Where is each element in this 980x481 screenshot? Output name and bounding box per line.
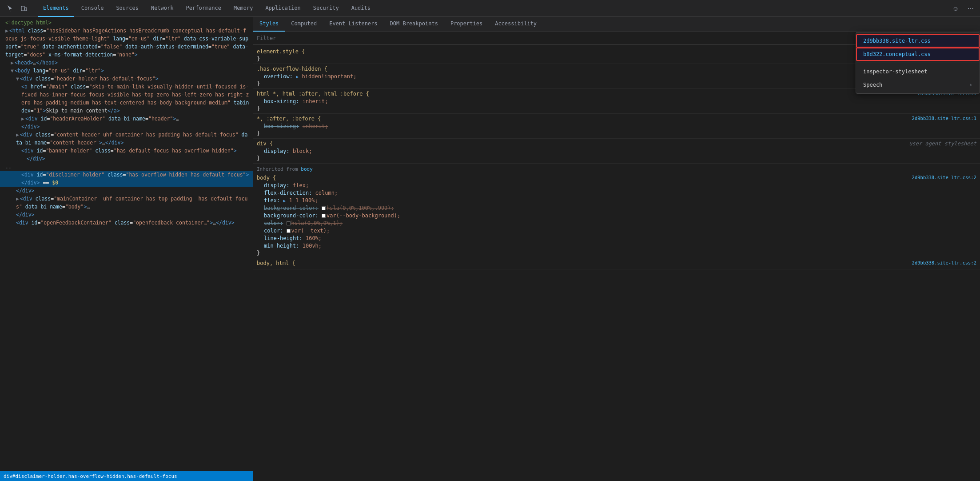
tab-properties[interactable]: Properties <box>444 17 489 32</box>
user-agent-label: user agent stylesheet <box>909 140 976 147</box>
html-line-div-header-holder: ▼<div class="header-holder has-default-f… <box>0 75 253 83</box>
html-line-close-div-2: </div> <box>0 155 253 163</box>
css-prop-flex: flex: ▶ 1 1 100%; <box>257 197 976 204</box>
tab-memory[interactable]: Memory <box>228 0 258 17</box>
css-close-5: } <box>257 155 976 161</box>
css-prop-display-flex: display: flex; <box>257 182 976 189</box>
html-line-html-open: ▶<html class="hasSidebar hasPageActions … <box>0 27 253 59</box>
css-selector-div: div { user agent stylesheet <box>257 140 976 147</box>
more-options-icon[interactable]: ⋯ <box>965 3 976 14</box>
css-property-display: display: block; <box>257 148 976 155</box>
devtools-toolbar: Elements Console Sources Network Perform… <box>0 0 980 17</box>
elements-panel: <!doctype html> ▶<html class="hasSidebar… <box>0 17 253 481</box>
css-source-3[interactable]: 2d9bb338.site-ltr.css:1 <box>912 116 976 121</box>
css-selector-star: *, :after, :before { 2d9bb338.site-ltr.c… <box>257 116 976 122</box>
styles-tabs: Styles Computed Event Listeners DOM Brea… <box>253 17 980 32</box>
dropdown-item-conceptual-text: b8d322.conceptual.css <box>863 51 931 57</box>
dropdown-separator <box>856 63 980 63</box>
dropdown-item-inspector[interactable]: inspector-stylesheet <box>856 65 980 78</box>
html-line-close-div-4: </div> <box>0 211 253 219</box>
tab-dom-breakpoints[interactable]: DOM Breakpoints <box>384 17 444 32</box>
tab-styles[interactable]: Styles <box>253 17 285 32</box>
css-property-boxsizing-2: box-sizing: inherit; <box>257 123 976 130</box>
tab-sources[interactable]: Sources <box>111 0 144 17</box>
css-rule-star: *, :after, :before { 2d9bb338.site-ltr.c… <box>253 114 980 139</box>
css-selector-body-html: body, html { 2d9bb338.site-ltr.css:2 <box>257 260 976 266</box>
tab-audits[interactable]: Audits <box>346 0 376 17</box>
tab-accessibility[interactable]: Accessibility <box>489 17 543 32</box>
chevron-right-icon: › <box>969 82 972 88</box>
html-line-div-banner: <div id="banner-holder" class="has-defau… <box>0 147 253 155</box>
dropdown-item-site-ltr[interactable]: 2d9bb338.site-ltr.css <box>856 34 980 48</box>
bottom-bar: div#disclaimer-holder.has-overflow-hidde… <box>0 471 253 481</box>
elements-content[interactable]: <!doctype html> ▶<html class="hasSidebar… <box>0 17 253 471</box>
css-prop-color-2: color: var(--text); <box>257 227 976 235</box>
tab-application[interactable]: Application <box>260 0 306 17</box>
css-prop-bg-color-2: background-color: var(--body-background)… <box>257 212 976 220</box>
breadcrumb-text: div#disclaimer-holder.has-overflow-hidde… <box>4 473 177 479</box>
css-rule-body: body { 2d9bb338.site-ltr.css:2 display: … <box>253 173 980 258</box>
html-line-div-content-header: ▶<div class="content-header uhf-containe… <box>0 131 253 147</box>
html-line-dots: .. <box>0 163 253 171</box>
css-close-4: } <box>257 130 976 136</box>
css-selector-body: body { 2d9bb338.site-ltr.css:2 <box>257 175 976 181</box>
css-source-dropdown: 2d9bb338.site-ltr.css b8d322.conceptual.… <box>856 32 980 94</box>
css-prop-flex-direction: flex-direction: column; <box>257 189 976 197</box>
smiley-icon[interactable]: ☺ <box>950 3 961 14</box>
html-line-div-headerarea: ▶<div id="headerAreaHolder" data-bi-name… <box>0 115 253 123</box>
main-container: <!doctype html> ▶<html class="hasSidebar… <box>0 17 980 481</box>
css-prop-bg-color-1: background-color: hsla(0,0%,100%,.999); <box>257 204 976 212</box>
html-line-close-div-1: </div> <box>0 123 253 131</box>
tab-event-listeners[interactable]: Event Listeners <box>323 17 383 32</box>
html-line-div-main: ▶<div class="mainContainer uhf-container… <box>0 195 253 211</box>
cursor-icon[interactable] <box>4 3 16 14</box>
tab-security[interactable]: Security <box>308 0 344 17</box>
svg-rect-1 <box>25 8 27 11</box>
css-close-body: } <box>257 250 976 256</box>
css-rule-div: div { user agent stylesheet display: blo… <box>253 139 980 164</box>
svg-rect-0 <box>21 6 24 11</box>
device-toolbar-icon[interactable] <box>18 3 30 14</box>
html-line-disclaimer: <div id="disclaimer-holder" class="has-o… <box>0 171 253 187</box>
tab-console[interactable]: Console <box>76 0 109 17</box>
inherited-from-label: Inherited from body <box>253 164 980 173</box>
dropdown-item-site-ltr-text: 2d9bb338.site-ltr.css <box>863 38 931 44</box>
html-line-div-feedback: <div id="openFeedbackContainer" class="o… <box>0 219 253 227</box>
tab-computed[interactable]: Computed <box>285 17 323 32</box>
filter-input[interactable] <box>257 35 929 41</box>
html-line-head: ▶<head>…</head> <box>0 59 253 67</box>
dropdown-item-inspector-text: inspector-stylesheet <box>863 68 928 75</box>
css-source-4[interactable]: 2d9bb338.site-ltr.css:2 <box>912 175 976 180</box>
inherited-tag[interactable]: body <box>301 166 313 172</box>
css-close-3: } <box>257 105 976 112</box>
html-line-close-div-3: </div> <box>0 187 253 195</box>
tab-network[interactable]: Network <box>146 0 179 17</box>
css-source-5[interactable]: 2d9bb338.site-ltr.css:2 <box>912 260 976 265</box>
css-rule-body-html: body, html { 2d9bb338.site-ltr.css:2 <box>253 258 980 269</box>
css-property-boxsizing-1: box-sizing: inherit; <box>257 98 976 105</box>
html-line-doctype: <!doctype html> <box>0 19 253 27</box>
html-line-body-open: ▼<body lang="en-us" dir="ltr"> <box>0 67 253 75</box>
tab-elements[interactable]: Elements <box>38 0 74 17</box>
separator-1 <box>34 4 34 13</box>
toolbar-right: ☺ ⋯ <box>950 3 976 14</box>
css-prop-color-1: color: hsla(0,0%,9%,1); <box>257 220 976 227</box>
dropdown-item-speech[interactable]: Speech › <box>856 78 980 92</box>
css-prop-min-height: min-height: 100vh; <box>257 242 976 250</box>
tab-performance[interactable]: Performance <box>181 0 227 17</box>
dropdown-item-conceptual[interactable]: b8d322.conceptual.css <box>856 48 980 61</box>
dropdown-item-speech-text: Speech <box>863 82 882 88</box>
styles-content[interactable]: element.style { } .has-overflow-hidden {… <box>253 45 980 481</box>
html-line-anchor: <a href="#main" class="skip-to-main-link… <box>0 83 253 115</box>
css-prop-line-height: line-height: 160%; <box>257 235 976 242</box>
